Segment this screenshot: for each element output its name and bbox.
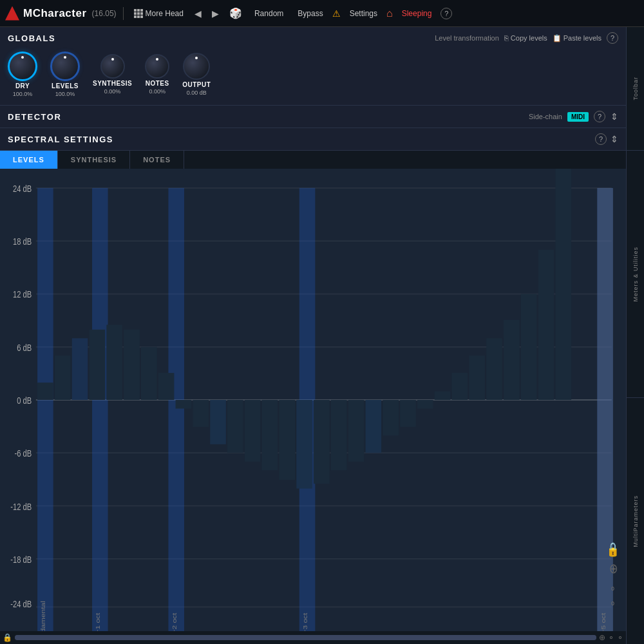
svg-rect-54: [556, 169, 572, 400]
sidebar-section-multiparams[interactable]: MultiParameters: [627, 398, 644, 644]
spectral-expand-button[interactable]: ⇕: [611, 134, 618, 144]
knob-levels: LEVELS 100.0%: [50, 52, 80, 97]
settings-button[interactable]: Settings: [345, 7, 383, 20]
svg-rect-42: [348, 400, 365, 462]
svg-text:🔒: 🔒: [607, 541, 620, 558]
tab-notes[interactable]: NOTES: [130, 151, 184, 169]
svg-rect-45: [400, 400, 416, 427]
paste-levels-button[interactable]: 📋 Paste levels: [553, 34, 601, 43]
chart-area: 24 dB 18 dB 12 dB 6 dB 0 dB -6 dB -12 dB…: [0, 169, 626, 631]
svg-rect-25: [55, 355, 71, 400]
detector-expand-button[interactable]: ⇕: [611, 111, 618, 122]
bypass-button[interactable]: Bypass: [292, 7, 328, 20]
more-head-button[interactable]: More Head: [130, 7, 187, 20]
random-button[interactable]: Random: [249, 7, 289, 20]
svg-rect-27: [90, 330, 106, 400]
dry-knob[interactable]: [8, 52, 37, 81]
synthesis-value: 0.00%: [104, 88, 121, 95]
zoom-in-icon[interactable]: ⊕: [599, 633, 605, 642]
svg-rect-26: [72, 338, 88, 400]
knob-dry: DRY 100.0%: [8, 52, 37, 97]
sidebar-label-toolbar: Toolbar: [632, 77, 639, 100]
globals-section: GLOBALS Level transformation ⎘ Copy leve…: [0, 27, 626, 106]
svg-rect-32: [176, 400, 192, 408]
levels-knob[interactable]: [50, 52, 80, 81]
detector-section: DETECTOR Side-chain MIDI ? ⇕: [0, 106, 626, 128]
detector-title: DETECTOR: [8, 112, 61, 122]
svg-rect-47: [435, 392, 451, 400]
svg-rect-24: [37, 383, 53, 400]
dry-label: DRY: [15, 82, 30, 90]
spectral-help-button[interactable]: ?: [595, 133, 607, 145]
dry-value: 100.0%: [13, 91, 33, 97]
globals-header: GLOBALS Level transformation ⎘ Copy leve…: [8, 32, 618, 44]
svg-rect-44: [383, 400, 399, 435]
zoom-out-icon[interactable]: ⚬: [608, 633, 614, 642]
globals-help-button[interactable]: ?: [607, 32, 618, 44]
tab-levels[interactable]: LEVELS: [0, 151, 58, 169]
sidebar-section-meters[interactable]: Meters & Utilities: [627, 151, 644, 397]
notes-label: NOTES: [146, 80, 169, 87]
header: MCharacter (16.05) More Head ◀ ▶ 🎲 Rando…: [0, 0, 644, 27]
svg-text:Fundamental: Fundamental: [40, 601, 46, 631]
sidebar-label-multiparams: MultiParameters: [632, 495, 639, 547]
svg-text:-18 dB: -18 dB: [10, 554, 32, 565]
grid-icon: [134, 9, 143, 18]
app-container: MCharacter (16.05) More Head ◀ ▶ 🎲 Rando…: [0, 0, 644, 644]
levels-value: 100.0%: [55, 91, 75, 97]
detector-header: DETECTOR Side-chain MIDI ? ⇕: [8, 111, 618, 122]
copy-icon: ⎘: [504, 34, 509, 42]
tab-synthesis[interactable]: SYNTHESIS: [58, 151, 130, 169]
chart-bottom: 🔒 ⊕ ⚬ ⚬: [0, 631, 626, 644]
svg-rect-53: [538, 250, 554, 400]
detector-help-button[interactable]: ?: [594, 111, 605, 122]
globals-controls: Level transformation ⎘ Copy levels 📋 Pas…: [435, 32, 618, 44]
svg-rect-49: [469, 355, 485, 400]
home-icon[interactable]: ⌂: [386, 8, 393, 19]
synthesis-knob[interactable]: [100, 54, 125, 79]
randomize-icon[interactable]: 🎲: [226, 6, 245, 21]
svg-text:+2 oct: +2 oct: [171, 613, 177, 631]
svg-rect-40: [314, 400, 330, 484]
logo-icon: [5, 6, 19, 21]
help-icon: ?: [444, 10, 448, 17]
fit-icon[interactable]: ⚬: [617, 633, 623, 642]
spectral-section: SPECTRAL SETTINGS ? ⇕: [0, 128, 626, 151]
output-knob-indicator: [195, 57, 198, 59]
scrollbar-thumb: [15, 635, 596, 640]
svg-text:+1 oct: +1 oct: [95, 613, 101, 631]
knob-notes: NOTES 0.00%: [145, 54, 169, 95]
lock-bottom-icon[interactable]: 🔒: [3, 633, 12, 642]
copy-levels-button[interactable]: ⎘ Copy levels: [504, 34, 547, 42]
tabs-row: LEVELS SYNTHESIS NOTES: [0, 151, 626, 169]
nav-prev-button[interactable]: ◀: [191, 7, 205, 20]
globals-title: GLOBALS: [8, 33, 55, 43]
output-knob[interactable]: [183, 53, 210, 80]
svg-rect-37: [262, 400, 278, 470]
knob-output: OUTPUT 0.00 dB: [182, 53, 211, 96]
svg-rect-41: [331, 400, 347, 470]
help-button[interactable]: ?: [440, 8, 452, 19]
scrollbar-track[interactable]: [15, 635, 596, 640]
svg-text:+3 oct: +3 oct: [302, 613, 308, 631]
svg-text:-12 dB: -12 dB: [10, 501, 32, 512]
svg-text:-6 dB: -6 dB: [14, 448, 32, 459]
detector-right: Side-chain MIDI ? ⇕: [529, 111, 618, 122]
svg-rect-36: [245, 400, 261, 462]
svg-rect-21: [168, 188, 184, 631]
chart-svg: 24 dB 18 dB 12 dB 6 dB 0 dB -6 dB -12 dB…: [0, 169, 626, 631]
sidebar-section-toolbar[interactable]: Toolbar: [627, 27, 644, 151]
left-panel: GLOBALS Level transformation ⎘ Copy leve…: [0, 27, 626, 644]
nav-next-button[interactable]: ▶: [209, 7, 222, 20]
svg-rect-50: [486, 338, 502, 400]
notes-knob[interactable]: [145, 54, 169, 79]
midi-badge[interactable]: MIDI: [567, 112, 589, 122]
output-label: OUTPUT: [182, 81, 211, 88]
copy-levels-label: Copy levels: [511, 34, 547, 42]
app-version: (16.05): [92, 9, 117, 18]
main-content: GLOBALS Level transformation ⎘ Copy leve…: [0, 27, 644, 644]
knob-synthesis: SYNTHESIS 0.00%: [93, 54, 132, 95]
svg-rect-30: [141, 347, 157, 400]
paste-icon: 📋: [553, 34, 562, 43]
svg-rect-46: [417, 400, 433, 408]
